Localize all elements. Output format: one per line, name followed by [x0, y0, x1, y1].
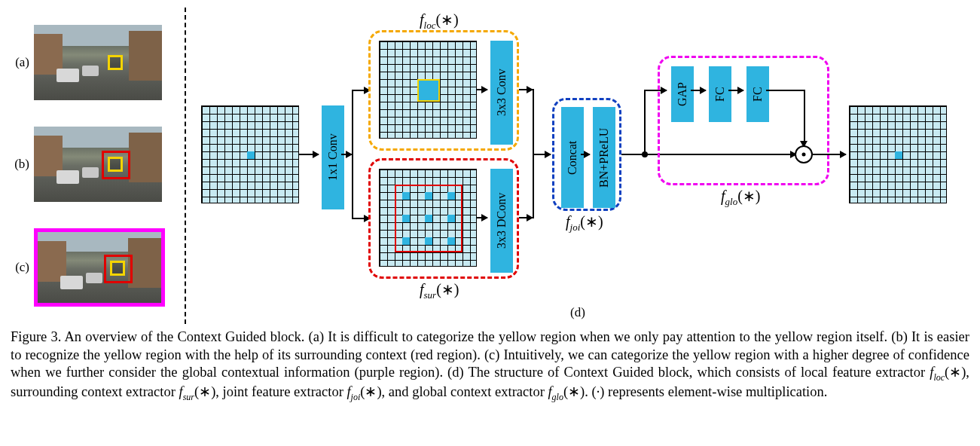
- architecture-diagram: 1x1 Conv floc(∗) 3x3 Conv fsur(∗): [194, 8, 972, 324]
- arrow-icon: [813, 154, 846, 155]
- example-images-column: (a) (b) (c): [8, 8, 177, 324]
- conv1x1-block: 1x1 Conv: [322, 105, 344, 209]
- floc-label: floc(∗): [420, 11, 459, 32]
- figure-area: (a) (b) (c): [8, 8, 972, 324]
- connector-line: [804, 90, 805, 145]
- junction-dot-icon: [642, 151, 648, 157]
- fc1-label: FC: [713, 87, 727, 102]
- connector-line: [341, 154, 352, 155]
- arrow-icon: [533, 154, 551, 155]
- output-feature-grid: [849, 105, 947, 203]
- example-a-image: [34, 25, 162, 100]
- dconv3x3-block: 3x3 DConv: [490, 169, 513, 273]
- conv3x3-block: 3x3 Conv: [490, 41, 513, 145]
- connector-line: [644, 90, 646, 155]
- arrow-icon: [352, 218, 370, 219]
- arrow-icon: [352, 90, 370, 91]
- fjoi-label: fjoi(∗): [566, 212, 603, 234]
- example-c-row: (c): [11, 228, 173, 307]
- arrow-icon: [477, 89, 487, 90]
- example-b-row: (b): [11, 127, 173, 202]
- concat-block: Concat: [561, 107, 584, 208]
- example-b-label: (b): [11, 157, 29, 172]
- fsur-feature-grid: [379, 169, 477, 267]
- connector-line: [519, 89, 533, 90]
- input-feature-grid: [201, 105, 299, 203]
- bnprelu-label: BN+PReLU: [597, 127, 611, 187]
- bnprelu-block: BN+PReLU: [593, 107, 615, 208]
- vertical-divider: [185, 8, 186, 324]
- conv3x3-label: 3x3 Conv: [495, 69, 508, 117]
- example-c-image: [34, 228, 165, 307]
- example-a-label: (a): [11, 55, 29, 70]
- sub-d-label: (d): [570, 305, 585, 320]
- figure-caption: Figure 3. An overview of the Context Gui…: [8, 328, 972, 403]
- dconv3x3-label: 3x3 DConv: [495, 193, 508, 249]
- arrow-icon: [299, 154, 319, 155]
- fc2-label: FC: [751, 87, 765, 102]
- fglo-label: fglo(∗): [721, 187, 761, 208]
- example-b-image: [34, 127, 162, 202]
- arrow-icon: [581, 154, 590, 155]
- gap-block: GAP: [671, 66, 694, 122]
- floc-feature-grid: [379, 41, 477, 139]
- arrow-icon: [691, 90, 706, 91]
- connector-line: [766, 90, 804, 91]
- example-c-label: (c): [11, 260, 29, 275]
- concat-label: Concat: [566, 140, 579, 174]
- connector-line: [519, 217, 533, 218]
- fc2-block: FC: [746, 66, 769, 122]
- elementwise-mult-icon: [795, 145, 813, 163]
- gap-label: GAP: [676, 82, 689, 106]
- fc1-block: FC: [709, 66, 731, 122]
- arrow-icon: [728, 90, 743, 91]
- arrow-icon: [477, 217, 487, 218]
- connector-line: [352, 90, 353, 218]
- example-a-row: (a): [11, 25, 173, 100]
- fsur-label: fsur(∗): [420, 280, 459, 301]
- conv1x1-label: 1x1 Conv: [326, 134, 340, 182]
